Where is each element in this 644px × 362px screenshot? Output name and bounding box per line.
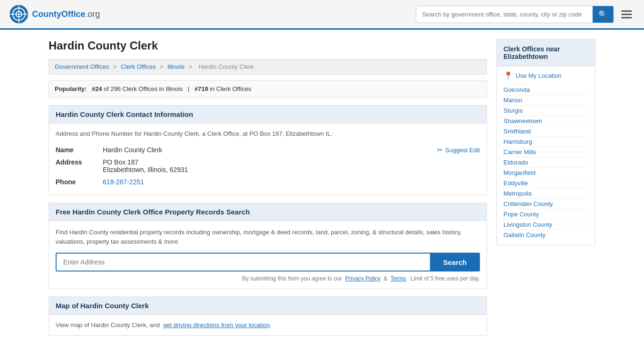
suggest-edit-icon: ✂ <box>437 146 443 154</box>
breadcrumb-sep: > <box>113 63 118 70</box>
sidebar-link-6[interactable]: Carrier Mills <box>504 147 588 157</box>
address-line1: PO Box 187 <box>103 158 188 166</box>
address-row: Address PO Box 187 Elizabethtown, Illino… <box>56 156 480 176</box>
sidebar-link-1[interactable]: Marion <box>504 95 588 106</box>
phone-row: Phone 618-287-2251 <box>56 176 480 188</box>
logo-text: CountyOffice.org <box>32 9 100 19</box>
terms-link[interactable]: Terms <box>390 275 406 282</box>
property-section: Free Hardin County Clerk Office Property… <box>49 203 487 289</box>
use-my-location-link[interactable]: 📍 Use My Location <box>504 71 588 80</box>
sidebar-link-0[interactable]: Golconda <box>504 85 588 95</box>
popularity-label: Popularity: <box>55 85 87 92</box>
property-section-header: Free Hardin County Clerk Office Property… <box>49 203 487 221</box>
contact-description: Address and Phone Number for Hardin Coun… <box>56 130 480 137</box>
sidebar-link-10[interactable]: Metropolis <box>504 189 588 199</box>
name-row: Name Hardin County Clerk ✂ Suggest Edit <box>56 144 480 156</box>
sidebar: Clerk Offices near Elizabethtown 📍 Use M… <box>496 39 595 343</box>
content-area: Hardin County Clerk Government Offices >… <box>49 39 487 343</box>
breadcrumb-illinois[interactable]: Illinois <box>167 63 184 70</box>
sidebar-link-14[interactable]: Gallatin County <box>504 230 588 240</box>
page-title: Hardin County Clerk <box>49 39 487 52</box>
suggest-edit-link[interactable]: ✂ Suggest Edit <box>437 146 480 154</box>
phone-link[interactable]: 618-287-2251 <box>103 178 144 186</box>
driving-directions-link[interactable]: get driving directions from your locatio… <box>163 321 270 329</box>
breadcrumb-gov-offices[interactable]: Government Offices <box>55 63 109 70</box>
sidebar-body: 📍 Use My Location GolcondaMarionSturgisS… <box>497 66 595 245</box>
breadcrumb-sep: > <box>189 63 194 70</box>
phone-label: Phone <box>56 178 103 186</box>
name-label: Name <box>56 146 103 154</box>
address-search-button[interactable]: Search <box>430 253 480 272</box>
disclaimer-amp: & <box>384 275 388 282</box>
map-section: Map of Hardin County Clerk View map of H… <box>49 296 487 336</box>
address-line2: Elizabethtown, Illinois, 62931 <box>103 166 188 173</box>
form-disclaimer: By submitting this form you agree to our… <box>56 275 480 282</box>
map-section-header: Map of Hardin County Clerk <box>49 297 487 315</box>
hamburger-line <box>621 10 632 12</box>
site-header: CountyOffice.org 🔍 <box>0 0 644 30</box>
address-value: PO Box 187 Elizabethtown, Illinois, 6293… <box>103 158 188 173</box>
popularity-rank2-suffix: in Clerk Offices <box>210 85 251 92</box>
privacy-policy-link[interactable]: Privacy Policy <box>345 275 380 282</box>
main-container: Hardin County Clerk Government Offices >… <box>39 30 605 353</box>
site-search-input[interactable] <box>416 7 593 22</box>
map-section-body: View map of Hardin County Clerk, and get… <box>49 315 487 335</box>
header-right: 🔍 <box>416 6 635 23</box>
use-my-location-label: Use My Location <box>516 72 561 79</box>
location-pin-icon: 📍 <box>504 71 513 80</box>
address-search-input[interactable] <box>56 253 430 272</box>
contact-section: Hardin County Clerk Contact Information … <box>49 105 487 195</box>
sidebar-link-11[interactable]: Crittenden County <box>504 199 588 209</box>
breadcrumb-sep: > <box>160 63 165 70</box>
breadcrumb: Government Offices > Clerk Offices > Ill… <box>49 59 487 74</box>
site-search-button[interactable]: 🔍 <box>593 6 613 23</box>
phone-value: 618-287-2251 <box>103 178 144 186</box>
sidebar-link-9[interactable]: Eddyville <box>504 178 588 189</box>
sidebar-link-8[interactable]: Morganfield <box>504 168 588 178</box>
property-section-body: Find Hardin County residential property … <box>49 221 487 288</box>
sidebar-link-4[interactable]: Smithland <box>504 126 588 137</box>
breadcrumb-current: Hardin County Clerk <box>198 63 254 70</box>
contact-section-header: Hardin County Clerk Contact Information <box>49 106 487 123</box>
hamburger-line <box>621 17 632 18</box>
property-description: Find Hardin County residential property … <box>56 228 480 246</box>
popularity-rank1: #24 <box>92 85 102 92</box>
sidebar-link-2[interactable]: Sturgis <box>504 106 588 116</box>
logo-area: CountyOffice.org <box>9 5 100 24</box>
logo-icon <box>9 5 28 24</box>
site-search-bar: 🔍 <box>416 6 614 23</box>
address-search-form: Search <box>56 253 480 272</box>
sidebar-link-13[interactable]: Livingston County <box>504 220 588 230</box>
address-label: Address <box>56 158 103 166</box>
sidebar-link-7[interactable]: Eldorado <box>504 157 588 168</box>
map-description: View map of Hardin County Clerk, and get… <box>56 321 480 329</box>
disclaimer-suffix: Limit of 5 free uses per day. <box>411 275 480 282</box>
name-value: Hardin County Clerk <box>103 146 162 154</box>
sidebar-link-12[interactable]: Pope County <box>504 209 588 220</box>
sidebar-link-5[interactable]: Harrisburg <box>504 137 588 147</box>
suggest-edit-label: Suggest Edit <box>445 147 480 154</box>
disclaimer-prefix: By submitting this form you agree to our <box>242 275 342 282</box>
sidebar-link-3[interactable]: Shawneetown <box>504 116 588 126</box>
popularity-bar: Popularity: #24 of 296 Clerk Offices in … <box>49 80 487 98</box>
search-icon: 🔍 <box>598 10 608 18</box>
hamburger-line <box>621 14 632 15</box>
sidebar-links-container: GolcondaMarionSturgisShawneetownSmithlan… <box>504 85 588 240</box>
hamburger-menu-button[interactable] <box>619 8 635 21</box>
sidebar-header: Clerk Offices near Elizabethtown <box>497 40 595 66</box>
popularity-rank2: #719 <box>195 85 208 92</box>
breadcrumb-clerk-offices[interactable]: Clerk Offices <box>121 63 156 70</box>
sidebar-box: Clerk Offices near Elizabethtown 📍 Use M… <box>496 39 595 245</box>
map-desc-prefix: View map of Hardin County Clerk, and <box>56 321 160 329</box>
map-desc-suffix: . <box>270 321 272 329</box>
popularity-rank1-suffix: of 296 Clerk Offices in Illinois <box>104 85 182 92</box>
contact-section-body: Address and Phone Number for Hardin Coun… <box>49 123 487 195</box>
